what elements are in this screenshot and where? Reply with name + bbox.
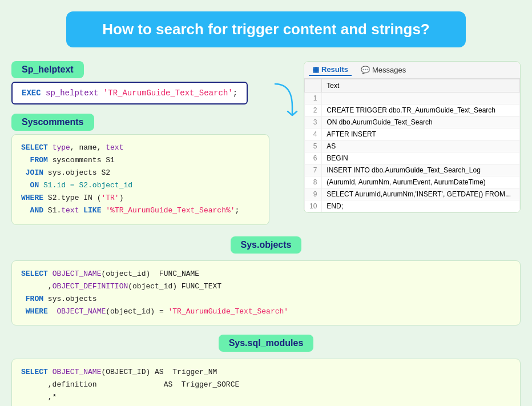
messages-tab[interactable]: 💬 Messages <box>357 65 409 75</box>
row-num: 1 <box>305 93 322 104</box>
table-row: 7INSERT INTO dbo.AurumGuide_Text_Search_… <box>305 164 520 176</box>
results-col-num <box>305 79 322 93</box>
row-num: 7 <box>305 164 322 176</box>
row-num: 9 <box>305 188 322 200</box>
row-num: 3 <box>305 116 322 128</box>
row-num: 10 <box>305 200 322 212</box>
syscomments-code: SELECT type, name, text FROM syscomments… <box>11 134 269 225</box>
results-panel: ▦ Results 💬 Messages Text 12CREATE TRIGG… <box>304 61 521 213</box>
syscomments-label: Syscomments <box>11 114 94 131</box>
table-row: 8 (AurumId, AurumNm, AurumEvent, AurumDa… <box>305 176 520 188</box>
message-icon: 💬 <box>361 66 370 74</box>
sp-helptext-label: Sp_helptext <box>11 61 84 78</box>
sys-objects-section: Sys.objects SELECT OBJECT_NAME(object_id… <box>11 236 521 325</box>
table-row: 5AS <box>305 140 520 152</box>
table-row: 1 <box>305 93 520 104</box>
results-tab[interactable]: ▦ Results <box>309 64 352 76</box>
table-row: 4AFTER INSERT <box>305 128 520 140</box>
row-num: 6 <box>305 152 322 164</box>
row-text: SELECT AurumId,AurumNm,'INSERT', GETDATE… <box>322 188 520 200</box>
table-row: 2CREATE TRIGGER dbo.TR_AurumGuide_Text_S… <box>305 104 520 116</box>
row-num: 5 <box>305 140 322 152</box>
table-row: 3ON dbo.AurumGuide_Text_Search <box>305 116 520 128</box>
sys-sql-modules-section: Sys.sql_modules SELECT OBJECT_NAME(OBJEC… <box>11 335 521 406</box>
row-text: AFTER INSERT <box>322 128 520 140</box>
table-row: 9SELECT AurumId,AurumNm,'INSERT', GETDAT… <box>305 188 520 200</box>
row-text: BEGIN <box>322 152 520 164</box>
arrow-icon <box>269 78 304 124</box>
sp-helptext-code: EXEC sp_helptext 'TR_AurumGuide_Text_Sea… <box>11 82 248 104</box>
row-text: (AurumId, AurumNm, AurumEvent, AurumDate… <box>322 176 520 188</box>
results-col-text: Text <box>322 79 520 93</box>
row-text: CREATE TRIGGER dbo.TR_AurumGuide_Text_Se… <box>322 104 520 116</box>
main-title: How to search for trigger content and st… <box>66 11 466 47</box>
sys-objects-code: SELECT OBJECT_NAME(object_id) FUNC_NAME … <box>11 260 521 325</box>
row-num: 8 <box>305 176 322 188</box>
row-text: END; <box>322 200 520 212</box>
row-text: INSERT INTO dbo.AurumGuide_Text_Search_L… <box>322 164 520 176</box>
sys-sql-modules-code: SELECT OBJECT_NAME(OBJECT_ID) AS Trigger… <box>11 359 521 406</box>
sys-objects-label: Sys.objects <box>231 236 302 254</box>
row-num: 2 <box>305 104 322 116</box>
row-text <box>322 93 520 104</box>
results-table: Text 12CREATE TRIGGER dbo.TR_AurumGuide_… <box>304 79 520 212</box>
table-row: 10END; <box>305 200 520 212</box>
results-tab-label: Results <box>321 65 348 74</box>
row-text: ON dbo.AurumGuide_Text_Search <box>322 116 520 128</box>
sys-sql-modules-label: Sys.sql_modules <box>219 335 314 352</box>
table-row: 6BEGIN <box>305 152 520 164</box>
table-icon: ▦ <box>312 65 319 74</box>
row-text: AS <box>322 140 520 152</box>
row-num: 4 <box>305 128 322 140</box>
messages-tab-label: Messages <box>372 66 406 74</box>
